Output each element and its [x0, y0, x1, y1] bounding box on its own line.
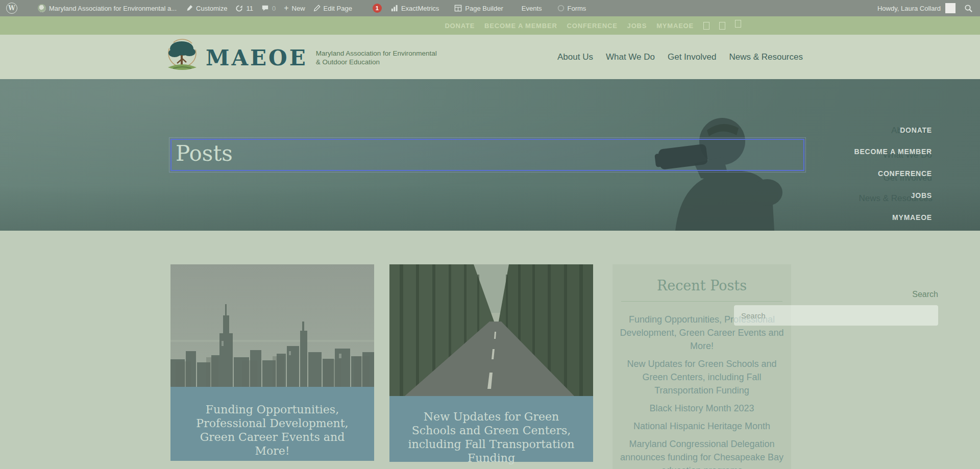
- paintbrush-icon: [186, 5, 193, 12]
- recent-posts-widget: Recent Posts Funding Opportunities, Prof…: [612, 264, 791, 469]
- comments-button[interactable]: 0: [261, 5, 276, 12]
- page-builder-label: Page Builder: [465, 5, 503, 12]
- update-refresh-icon: [235, 5, 243, 12]
- topbar-become-a-member-link[interactable]: BECOME A MEMBER: [484, 22, 557, 30]
- post-card-title-panel: Funding Opportunities, Professional Deve…: [170, 387, 374, 461]
- customize-label: Customize: [196, 5, 227, 12]
- birdwatcher-silhouette-image: [646, 115, 809, 231]
- comment-bubble-icon: [261, 5, 269, 12]
- content-area: Funding Opportunities, Professional Deve…: [0, 231, 980, 469]
- howdy-account-link[interactable]: Howdy, Laura Collard: [877, 5, 941, 12]
- nav-news-resources[interactable]: News & Resources: [729, 52, 803, 62]
- hero-menu-jobs[interactable]: JOBS: [911, 191, 932, 200]
- wordpress-logo-icon[interactable]: W: [6, 3, 17, 14]
- utility-topbar: DONATE BECOME A MEMBER CONFERENCE JOBS M…: [0, 16, 980, 35]
- hero-banner: Posts About Us What We Do Get Involved N…: [0, 79, 980, 231]
- placeholder-glyph-icon[interactable]: [735, 20, 741, 28]
- grid-layout-icon: [454, 5, 462, 12]
- topbar-mymaeoe-link[interactable]: MYMAEOE: [656, 22, 694, 30]
- admin-bar-left: W Maryland Association for Environmental…: [0, 3, 586, 14]
- plus-icon: +: [284, 4, 288, 12]
- admin-bar-right: Howdy, Laura Collard: [877, 0, 973, 16]
- site-logo[interactable]: MAEOE Maryland Association for Environme…: [166, 37, 437, 79]
- page-title-selection-outline[interactable]: [170, 139, 804, 171]
- events-button[interactable]: Events: [522, 5, 542, 12]
- placeholder-glyph-icon[interactable]: [719, 22, 725, 30]
- topbar-jobs-link[interactable]: JOBS: [627, 22, 647, 30]
- forms-button[interactable]: Forms: [557, 5, 586, 12]
- comment-count: 0: [272, 5, 276, 12]
- utility-topbar-menu: DONATE BECOME A MEMBER CONFERENCE JOBS M…: [0, 16, 980, 35]
- search-input[interactable]: [734, 305, 938, 326]
- tagline-line-1: Maryland Association for Environmental: [316, 50, 437, 57]
- nav-what-we-do[interactable]: What We Do: [606, 52, 655, 62]
- wp-admin-bar: W Maryland Association for Environmental…: [0, 0, 980, 16]
- customize-button[interactable]: Customize: [186, 5, 227, 12]
- site-header: MAEOE Maryland Association for Environme…: [0, 35, 980, 79]
- recent-posts-heading: Recent Posts: [612, 278, 791, 293]
- hero-menu-become-a-member[interactable]: BECOME A MEMBER: [854, 147, 932, 156]
- city-skyline-thumbnail-image: [170, 264, 374, 387]
- post-card-funding-opportunities[interactable]: Funding Opportunities, Professional Deve…: [170, 264, 374, 461]
- logo-tagline: Maryland Association for Environmental &…: [316, 49, 437, 66]
- avatar[interactable]: [945, 3, 955, 13]
- logo-wordmark: MAEOE: [206, 45, 308, 70]
- hero-menu-donate[interactable]: DONATE: [900, 126, 932, 134]
- updates-button[interactable]: 11: [235, 5, 253, 12]
- nav-get-involved[interactable]: Get Involved: [668, 52, 716, 62]
- page-title: Posts: [176, 138, 233, 169]
- notification-badge[interactable]: 1: [373, 4, 382, 13]
- admin-site-menu[interactable]: Maryland Association for Environmental a…: [38, 4, 177, 12]
- post-card-title[interactable]: New Updates for Green Schools and Green …: [389, 410, 593, 465]
- search-icon[interactable]: [964, 4, 973, 13]
- forms-label: Forms: [568, 5, 586, 12]
- recent-posts-list: Funding Opportunities, Professional Deve…: [612, 313, 791, 469]
- exactmetrics-button[interactable]: ExactMetrics: [391, 5, 439, 12]
- search-widget-label: Search: [912, 290, 938, 299]
- edit-page-button[interactable]: Edit Page: [313, 5, 352, 12]
- events-label: Events: [522, 5, 542, 12]
- nav-about-us[interactable]: About Us: [557, 52, 593, 62]
- tree-lined-road-thumbnail-image: [389, 264, 593, 396]
- recent-post-link[interactable]: National Hispanic Heritage Month: [612, 419, 791, 433]
- admin-site-name: Maryland Association for Environmental a…: [49, 5, 177, 12]
- page-builder-button[interactable]: Page Builder: [454, 5, 503, 12]
- page-root: W Maryland Association for Environmental…: [0, 0, 980, 469]
- recent-post-link[interactable]: New Updates for Green Schools and Green …: [612, 357, 791, 397]
- new-label: New: [292, 5, 305, 12]
- topbar-conference-link[interactable]: CONFERENCE: [567, 22, 618, 30]
- gravity-forms-icon: [557, 5, 565, 12]
- post-card-green-schools[interactable]: New Updates for Green Schools and Green …: [389, 264, 593, 462]
- placeholder-glyph-icon[interactable]: [703, 22, 709, 30]
- update-count: 11: [246, 5, 253, 12]
- tree-logo-icon: [166, 37, 199, 79]
- recent-post-link[interactable]: Black History Month 2023: [612, 402, 791, 415]
- topbar-donate-link[interactable]: DONATE: [445, 22, 475, 30]
- recent-post-link[interactable]: Maryland Congressional Delegation announ…: [612, 437, 791, 469]
- hero-menu-conference[interactable]: CONFERENCE: [878, 169, 932, 178]
- edit-page-label: Edit Page: [324, 5, 352, 12]
- hero-menu-mymaeoe[interactable]: MYMAEOE: [892, 213, 932, 221]
- pencil-icon: [313, 5, 321, 12]
- new-content-button[interactable]: + New: [284, 4, 305, 12]
- post-card-title[interactable]: Funding Opportunities, Professional Deve…: [170, 403, 374, 458]
- bar-chart-icon: [391, 5, 398, 12]
- heading-divider: [621, 301, 782, 302]
- exactmetrics-label: ExactMetrics: [401, 5, 439, 12]
- site-favicon-icon: [38, 4, 46, 12]
- tagline-line-2: & Outdoor Education: [316, 58, 380, 66]
- post-card-title-panel: New Updates for Green Schools and Green …: [389, 396, 593, 462]
- main-navigation: About Us What We Do Get Involved News & …: [557, 35, 803, 79]
